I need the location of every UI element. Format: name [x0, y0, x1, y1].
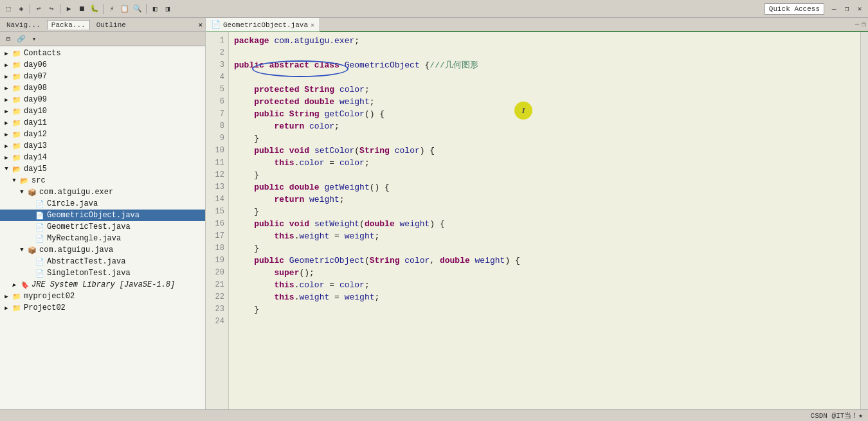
token	[284, 218, 289, 230]
token: ) {	[505, 255, 520, 267]
tree-item-geometricobject-java[interactable]: 📄GeometricObject.java	[0, 210, 205, 221]
token: getWeight	[324, 181, 369, 193]
tree-item-src[interactable]: ▼📂src	[0, 175, 205, 186]
tree-item-jre-system[interactable]: ▶🔖JRE System Library [JavaSE-1.8]	[0, 279, 205, 291]
toolbar-icon-3[interactable]: ↩	[33, 3, 44, 15]
token: setColor	[314, 145, 354, 157]
win-close-btn[interactable]: ✕	[854, 3, 865, 15]
tree-item-day09[interactable]: ▶📁day09	[0, 94, 205, 105]
line-number-15: 15	[206, 206, 228, 218]
code-container: 123456789101112131415161718192021222324 …	[206, 32, 868, 409]
code-line-22: this.weight = weight;	[234, 291, 855, 303]
tree-label-com-atguigu-java: com.atguigu.java	[39, 246, 113, 255]
tree-label-src: src	[32, 176, 46, 185]
tree-item-com-atguigu-java[interactable]: ▼📦com.atguigu.java	[0, 244, 205, 256]
tree-item-com-atguigu-exer[interactable]: ▼📦com.atguigu.exer	[0, 186, 205, 198]
quick-access-field[interactable]: Quick Access	[764, 3, 824, 15]
tree-item-day06[interactable]: ▶📁day06	[0, 59, 205, 71]
tab-navigator[interactable]: Navig...	[3, 21, 44, 30]
toolbar-icon-6[interactable]: ⏹	[76, 3, 87, 15]
tree-item-geometrictest-java[interactable]: 📄GeometricTest.java	[0, 221, 205, 233]
tree-arrow-myrectangle-java	[26, 235, 33, 242]
token	[234, 145, 254, 157]
line-number-9: 9	[206, 132, 228, 145]
bottom-label: CSDN @IT当！★	[811, 411, 863, 420]
tab-package-explorer[interactable]: Packa...	[47, 20, 90, 30]
tree-label-jre-system: JRE System Library [JavaSE-1.8]	[32, 280, 175, 289]
tree-item-day14[interactable]: ▶📁day14	[0, 152, 205, 163]
line-number-4: 4	[206, 71, 228, 84]
editor-scrollbar[interactable]	[860, 32, 868, 409]
tree-item-myproject02[interactable]: ▶📁myproject02	[0, 291, 205, 302]
toolbar-icon-4[interactable]: ↪	[46, 3, 57, 15]
file-tree: ▶📁Contacts▶📁day06▶📁day07▶📁day08▶📁day09▶📁…	[0, 46, 205, 409]
code-line-17: this.weight = weight;	[234, 230, 855, 242]
tree-item-abstracttest-java[interactable]: 📄AbstractTest.java	[0, 256, 205, 267]
toolbar-icon-7[interactable]: 🐛	[89, 3, 100, 15]
tree-item-singletontest-java[interactable]: 📄SingletonTest.java	[0, 267, 205, 279]
code-line-10: public void setColor(String color) {	[234, 145, 855, 157]
tab-outline[interactable]: Outline	[93, 21, 130, 30]
token	[299, 96, 304, 108]
token: this	[274, 157, 294, 169]
toolbar-icon-5[interactable]: ▶	[63, 3, 75, 15]
token	[309, 218, 314, 230]
line-number-23: 23	[206, 303, 228, 316]
tree-item-day12[interactable]: ▶📁day12	[0, 129, 205, 140]
tree-label-day10: day10	[24, 107, 47, 116]
toolbar-icon-10[interactable]: 🔍	[132, 3, 143, 15]
tree-item-day07[interactable]: ▶📁day07	[0, 71, 205, 82]
tree-item-day11[interactable]: ▶📁day11	[0, 117, 205, 129]
code-editor[interactable]: package com.atguigu.exer;public abstract…	[229, 32, 860, 409]
code-line-23: }	[234, 303, 855, 316]
line-number-14: 14	[206, 193, 228, 206]
token: ;	[354, 35, 359, 47]
tree-arrow-day10: ▶	[3, 107, 10, 115]
code-line-7: public String getColor() {	[234, 108, 855, 120]
token: ;	[365, 84, 370, 96]
editor-win-restore[interactable]: ❐	[862, 21, 865, 28]
token	[334, 84, 339, 96]
toolbar-icon-11[interactable]: ◧	[149, 3, 161, 15]
sidebar-collapse-icon[interactable]: ⊟	[3, 33, 14, 45]
token: =	[324, 279, 339, 291]
line-number-12: 12	[206, 169, 228, 181]
token: public	[254, 255, 284, 267]
tree-item-day13[interactable]: ▶📁day13	[0, 140, 205, 152]
editor-tab-close-btn[interactable]: ✕	[311, 21, 314, 29]
win-min-btn[interactable]: —	[828, 3, 840, 15]
sidebar-tab-close[interactable]: ✕	[198, 21, 203, 29]
tree-arrow-com-atguigu-java: ▼	[18, 246, 26, 254]
tree-item-day15[interactable]: ▼📂day15	[0, 163, 205, 175]
code-line-5: protected String color;	[234, 84, 855, 96]
toolbar-icon-12[interactable]: ◨	[162, 3, 174, 15]
tree-item-circle-java[interactable]: 📄Circle.java	[0, 198, 205, 210]
sidebar-link-icon[interactable]: 🔗	[15, 33, 27, 45]
sidebar-menu-icon[interactable]: ▾	[28, 33, 40, 45]
tree-icon-geometricobject-java: 📄	[35, 210, 45, 220]
toolbar-icon-2[interactable]: ◈	[15, 3, 27, 15]
token: ,	[429, 255, 440, 267]
token	[234, 230, 274, 242]
line-numbers: 123456789101112131415161718192021222324	[206, 32, 229, 409]
token: void	[289, 218, 309, 230]
tree-arrow-project02: ▶	[3, 304, 10, 312]
tree-item-project02[interactable]: ▶📁Project02	[0, 302, 205, 314]
toolbar-icon-9[interactable]: 📋	[119, 3, 131, 15]
tree-item-myrectangle-java[interactable]: 📄MyRectangle.java	[0, 233, 205, 244]
win-restore-btn[interactable]: ❐	[841, 3, 853, 15]
toolbar-icon-1[interactable]: ⬚	[3, 3, 14, 15]
code-line-1: package com.atguigu.exer;	[234, 35, 855, 47]
toolbar-icon-8[interactable]: ⚡	[106, 3, 118, 15]
editor-tab-geometricobject[interactable]: 📄 GeometricObject.java ✕	[206, 18, 320, 31]
token: double	[289, 181, 320, 193]
token: getColor	[324, 108, 364, 120]
tree-item-day10[interactable]: ▶📁day10	[0, 105, 205, 117]
tree-icon-com-atguigu-java: 📦	[27, 245, 37, 255]
tree-item-contacts[interactable]: ▶📁Contacts	[0, 48, 205, 59]
line-number-16: 16	[206, 218, 228, 230]
tree-item-day08[interactable]: ▶📁day08	[0, 82, 205, 94]
tree-label-geometrictest-java: GeometricTest.java	[47, 222, 131, 231]
editor-win-min[interactable]: —	[855, 21, 859, 28]
token: this	[274, 230, 294, 242]
